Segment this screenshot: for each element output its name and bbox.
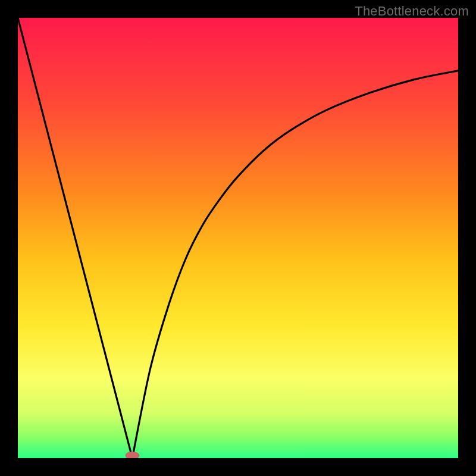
plot-area — [18, 18, 458, 458]
chart-frame: TheBottleneck.com — [0, 0, 476, 476]
chart-background — [18, 18, 458, 458]
watermark-label: TheBottleneck.com — [355, 4, 469, 19]
chart-svg — [18, 18, 458, 458]
